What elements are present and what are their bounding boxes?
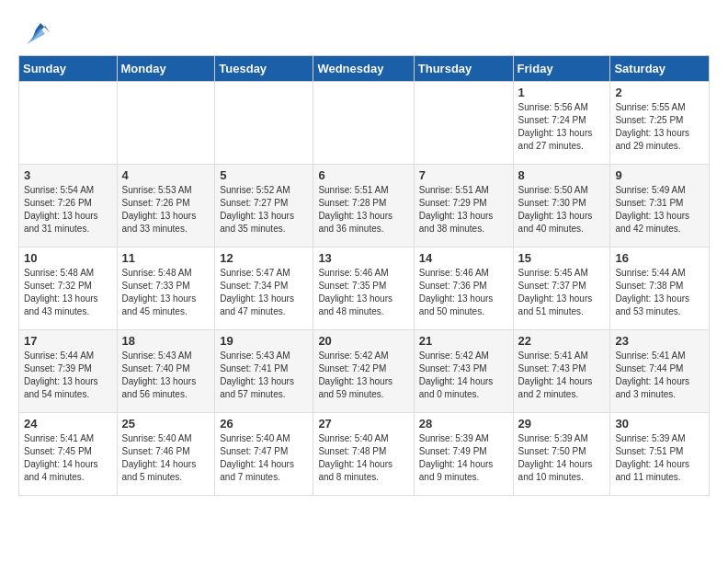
day-number: 30 [615,417,704,431]
header-thursday: Thursday [414,56,513,82]
day-info: Sunrise: 5:39 AM Sunset: 7:49 PM Dayligh… [419,432,508,484]
calendar-cell: 1Sunrise: 5:56 AM Sunset: 7:24 PM Daylig… [513,82,610,165]
day-number: 13 [318,251,408,265]
day-number: 26 [220,417,308,431]
day-info: Sunrise: 5:46 AM Sunset: 7:36 PM Dayligh… [419,267,508,318]
calendar-cell [117,82,215,165]
week-row-0: 1Sunrise: 5:56 AM Sunset: 7:24 PM Daylig… [19,82,710,165]
calendar-cell: 21Sunrise: 5:42 AM Sunset: 7:43 PM Dayli… [414,330,513,413]
day-number: 23 [615,334,704,348]
day-number: 22 [518,334,606,348]
day-number: 28 [419,417,508,431]
day-info: Sunrise: 5:42 AM Sunset: 7:43 PM Dayligh… [419,350,508,401]
header-friday: Friday [513,56,610,82]
calendar-cell: 27Sunrise: 5:40 AM Sunset: 7:48 PM Dayli… [313,413,414,496]
calendar-cell: 22Sunrise: 5:41 AM Sunset: 7:43 PM Dayli… [513,330,610,413]
calendar-cell: 18Sunrise: 5:43 AM Sunset: 7:40 PM Dayli… [117,330,215,413]
day-info: Sunrise: 5:55 AM Sunset: 7:25 PM Dayligh… [615,101,704,153]
day-info: Sunrise: 5:46 AM Sunset: 7:35 PM Dayligh… [318,267,408,318]
day-info: Sunrise: 5:43 AM Sunset: 7:40 PM Dayligh… [122,350,210,401]
day-info: Sunrise: 5:44 AM Sunset: 7:39 PM Dayligh… [24,350,112,401]
day-number: 17 [24,334,112,348]
day-number: 7 [419,168,508,182]
calendar-cell: 4Sunrise: 5:53 AM Sunset: 7:26 PM Daylig… [117,165,215,247]
calendar-cell: 24Sunrise: 5:41 AM Sunset: 7:45 PM Dayli… [19,413,118,496]
day-number: 5 [220,168,308,182]
calendar-cell: 23Sunrise: 5:41 AM Sunset: 7:44 PM Dayli… [610,330,710,413]
day-info: Sunrise: 5:40 AM Sunset: 7:48 PM Dayligh… [318,432,408,484]
calendar-cell: 11Sunrise: 5:48 AM Sunset: 7:33 PM Dayli… [117,247,215,330]
day-number: 6 [318,168,408,182]
day-info: Sunrise: 5:52 AM Sunset: 7:27 PM Dayligh… [220,184,308,236]
calendar-cell: 25Sunrise: 5:40 AM Sunset: 7:46 PM Dayli… [117,413,215,496]
calendar-cell: 7Sunrise: 5:51 AM Sunset: 7:29 PM Daylig… [414,165,513,247]
day-info: Sunrise: 5:56 AM Sunset: 7:24 PM Dayligh… [518,101,606,153]
day-info: Sunrise: 5:44 AM Sunset: 7:38 PM Dayligh… [615,267,704,318]
calendar-cell: 3Sunrise: 5:54 AM Sunset: 7:26 PM Daylig… [19,165,118,247]
day-number: 2 [615,86,704,99]
calendar-cell: 17Sunrise: 5:44 AM Sunset: 7:39 PM Dayli… [19,330,118,413]
day-number: 16 [615,251,704,265]
day-info: Sunrise: 5:39 AM Sunset: 7:51 PM Dayligh… [615,432,704,484]
calendar-cell: 14Sunrise: 5:46 AM Sunset: 7:36 PM Dayli… [414,247,513,330]
day-number: 1 [518,86,606,99]
calendar-body: 1Sunrise: 5:56 AM Sunset: 7:24 PM Daylig… [19,82,710,496]
day-number: 14 [419,251,508,265]
day-number: 9 [615,168,704,182]
calendar-cell: 8Sunrise: 5:50 AM Sunset: 7:30 PM Daylig… [513,165,610,247]
week-row-1: 3Sunrise: 5:54 AM Sunset: 7:26 PM Daylig… [19,165,710,247]
logo-icon [22,18,50,46]
day-info: Sunrise: 5:48 AM Sunset: 7:32 PM Dayligh… [24,267,112,318]
day-info: Sunrise: 5:45 AM Sunset: 7:37 PM Dayligh… [518,267,606,318]
calendar-cell: 30Sunrise: 5:39 AM Sunset: 7:51 PM Dayli… [610,413,710,496]
calendar-header: SundayMondayTuesdayWednesdayThursdayFrid… [19,56,710,82]
header-monday: Monday [117,56,215,82]
calendar-cell [414,82,513,165]
day-number: 25 [122,417,210,431]
day-number: 10 [24,251,112,265]
day-info: Sunrise: 5:49 AM Sunset: 7:31 PM Dayligh… [615,184,704,236]
day-info: Sunrise: 5:42 AM Sunset: 7:42 PM Dayligh… [318,350,408,401]
calendar-cell: 13Sunrise: 5:46 AM Sunset: 7:35 PM Dayli… [313,247,414,330]
day-number: 3 [24,168,112,182]
day-info: Sunrise: 5:40 AM Sunset: 7:47 PM Dayligh… [220,432,308,484]
week-row-3: 17Sunrise: 5:44 AM Sunset: 7:39 PM Dayli… [19,330,710,413]
day-number: 20 [318,334,408,348]
calendar-cell [313,82,414,165]
week-row-4: 24Sunrise: 5:41 AM Sunset: 7:45 PM Dayli… [19,413,710,496]
calendar-cell: 29Sunrise: 5:39 AM Sunset: 7:50 PM Dayli… [513,413,610,496]
calendar-cell: 9Sunrise: 5:49 AM Sunset: 7:31 PM Daylig… [610,165,710,247]
calendar-cell: 12Sunrise: 5:47 AM Sunset: 7:34 PM Dayli… [215,247,313,330]
calendar-cell: 2Sunrise: 5:55 AM Sunset: 7:25 PM Daylig… [610,82,710,165]
day-info: Sunrise: 5:50 AM Sunset: 7:30 PM Dayligh… [518,184,606,236]
day-info: Sunrise: 5:41 AM Sunset: 7:44 PM Dayligh… [615,350,704,401]
header-saturday: Saturday [610,56,710,82]
calendar-cell: 26Sunrise: 5:40 AM Sunset: 7:47 PM Dayli… [215,413,313,496]
day-number: 11 [122,251,210,265]
calendar-cell: 5Sunrise: 5:52 AM Sunset: 7:27 PM Daylig… [215,165,313,247]
calendar-cell: 15Sunrise: 5:45 AM Sunset: 7:37 PM Dayli… [513,247,610,330]
day-number: 29 [518,417,606,431]
day-number: 24 [24,417,112,431]
week-row-2: 10Sunrise: 5:48 AM Sunset: 7:32 PM Dayli… [19,247,710,330]
day-number: 12 [220,251,308,265]
header-sunday: Sunday [19,56,118,82]
calendar-cell: 16Sunrise: 5:44 AM Sunset: 7:38 PM Dayli… [610,247,710,330]
header-row: SundayMondayTuesdayWednesdayThursdayFrid… [19,56,710,82]
page-header [18,18,710,46]
calendar-cell: 6Sunrise: 5:51 AM Sunset: 7:28 PM Daylig… [313,165,414,247]
day-number: 21 [419,334,508,348]
day-number: 27 [318,417,408,431]
header-wednesday: Wednesday [313,56,414,82]
logo [18,18,50,46]
day-info: Sunrise: 5:40 AM Sunset: 7:46 PM Dayligh… [122,432,210,484]
day-info: Sunrise: 5:48 AM Sunset: 7:33 PM Dayligh… [122,267,210,318]
calendar-cell: 20Sunrise: 5:42 AM Sunset: 7:42 PM Dayli… [313,330,414,413]
day-number: 15 [518,251,606,265]
calendar-cell [215,82,313,165]
day-number: 18 [122,334,210,348]
day-number: 19 [220,334,308,348]
day-info: Sunrise: 5:41 AM Sunset: 7:45 PM Dayligh… [24,432,112,484]
day-info: Sunrise: 5:39 AM Sunset: 7:50 PM Dayligh… [518,432,606,484]
day-info: Sunrise: 5:51 AM Sunset: 7:28 PM Dayligh… [318,184,408,236]
